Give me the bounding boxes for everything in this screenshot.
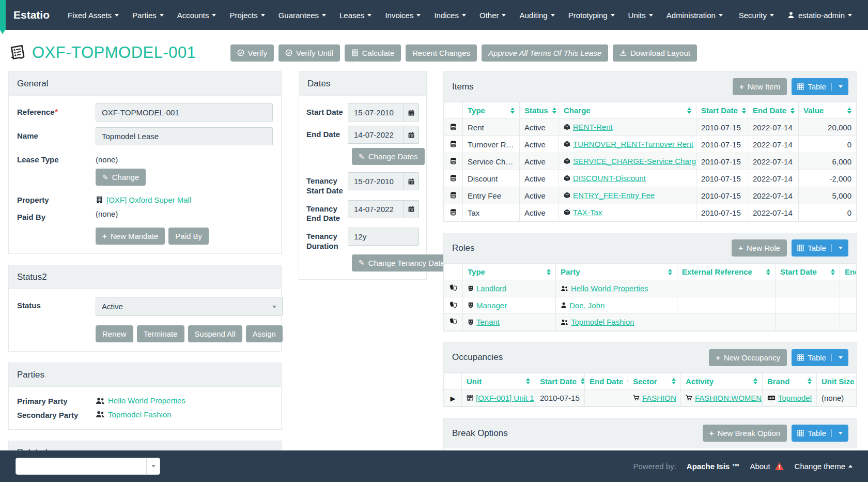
nav-item-security[interactable]: Security <box>732 6 781 25</box>
role-party-link[interactable]: Doe, John <box>569 301 605 310</box>
change-dates-button[interactable]: ✎Change Dates <box>352 148 425 165</box>
unit-link[interactable]: [OXF-001] Unit 1 <box>476 394 534 402</box>
session-select[interactable] <box>16 458 160 475</box>
column-header-start-date[interactable]: Start Date <box>776 264 840 280</box>
column-header-start-date[interactable]: Start Date <box>696 102 748 119</box>
role-type-link[interactable]: Manager <box>476 301 507 310</box>
activity-link[interactable]: FASHION:WOMEN <box>695 394 762 402</box>
charge-link[interactable]: TURNOVER_RENT-Turnover Rent <box>573 140 693 148</box>
column-header-start-date[interactable]: Start Date <box>535 373 585 389</box>
calculate-button[interactable]: Calculate <box>345 44 401 62</box>
charge-link[interactable]: SERVICE_CHARGE-Service Charge <box>573 157 696 165</box>
terminate-button[interactable]: Terminate <box>137 325 184 342</box>
primary-party-link[interactable]: Hello World Properties <box>108 396 185 405</box>
nav-item-leases[interactable]: Leases <box>333 6 378 25</box>
sector-link[interactable]: FASHION <box>642 394 676 402</box>
start-date-input[interactable] <box>348 103 404 122</box>
calendar-icon[interactable] <box>404 172 419 190</box>
apache-isis-link[interactable]: Apache Isis ™ <box>687 462 740 471</box>
new-item-button[interactable]: +New Item <box>733 78 787 95</box>
column-header-end-date[interactable]: End Date <box>748 102 799 119</box>
sort-icon[interactable] <box>847 108 851 114</box>
verify-until-button[interactable]: Verify Until <box>278 44 340 62</box>
recent-changes-button[interactable]: Recent Changes <box>406 44 477 62</box>
break-options-table-view-button[interactable]: Table <box>792 425 848 442</box>
nav-item-user[interactable]: estatio-admin <box>781 6 859 25</box>
sort-icon[interactable] <box>547 269 551 275</box>
property-link[interactable]: [OXF] Oxford Super Mall <box>106 195 191 204</box>
secondary-party-link[interactable]: Topmodel Fashion <box>108 410 172 419</box>
nav-item-indices[interactable]: Indices <box>427 6 473 25</box>
reference-input[interactable] <box>96 103 273 122</box>
role-type-link[interactable]: Landlord <box>476 284 506 293</box>
change-lease-type-button[interactable]: ✎Change <box>96 169 146 186</box>
status-select[interactable]: Active <box>96 297 283 316</box>
role-party-link[interactable]: Topmodel Fashion <box>571 318 634 326</box>
nav-item-accounts[interactable]: Accounts <box>171 6 223 25</box>
nav-item-invoices[interactable]: Invoices <box>378 6 427 25</box>
sort-icon[interactable] <box>510 108 515 114</box>
nav-item-projects[interactable]: Projects <box>223 6 271 25</box>
column-header-unit[interactable]: Unit <box>462 373 535 389</box>
suspend-all-button[interactable]: Suspend All <box>188 325 242 342</box>
role-type-link[interactable]: Tenant <box>476 318 500 326</box>
nav-item-administration[interactable]: Administration <box>660 6 730 25</box>
nav-item-guarantees[interactable]: Guarantees <box>272 6 333 25</box>
sort-icon[interactable] <box>668 269 672 275</box>
column-header-sector[interactable]: Sector <box>628 373 681 389</box>
column-header-brand[interactable]: Brand <box>763 373 817 389</box>
brand-logo[interactable]: Estatio <box>13 9 50 21</box>
column-header-end-date[interactable]: End Date <box>840 264 857 280</box>
roles-table-view-button[interactable]: Table <box>792 239 848 257</box>
column-header-charge[interactable]: Charge <box>559 102 696 119</box>
sort-icon[interactable] <box>672 378 676 384</box>
change-theme-link[interactable]: Change theme <box>795 462 853 471</box>
renew-button[interactable]: Renew <box>96 325 133 342</box>
change-tenancy-dates-button[interactable]: ✎Change Tenancy Dates <box>352 254 455 272</box>
nav-item-auditing[interactable]: Auditing <box>513 6 561 25</box>
verify-button[interactable]: Verify <box>230 44 274 62</box>
calendar-icon[interactable] <box>404 103 419 122</box>
sort-icon[interactable] <box>791 108 795 114</box>
column-header-type[interactable]: Type <box>463 102 520 119</box>
sort-icon[interactable] <box>687 108 691 114</box>
column-header-activity[interactable]: Activity <box>681 373 763 389</box>
nav-item-prototyping[interactable]: Prototyping <box>562 6 622 25</box>
name-input[interactable] <box>96 127 273 145</box>
tenancy-duration-input[interactable] <box>348 228 419 246</box>
new-occupancy-button[interactable]: +New Occupancy <box>709 349 787 366</box>
tenancy-start-input[interactable] <box>348 172 404 190</box>
column-header-party[interactable]: Party <box>556 264 677 280</box>
nav-item-units[interactable]: Units <box>622 6 660 25</box>
assign-button[interactable]: Assign <box>246 325 283 342</box>
charge-link[interactable]: TAX-Tax <box>573 208 602 217</box>
column-header-unit-size[interactable]: Unit Size <box>817 373 857 389</box>
sort-icon[interactable] <box>808 378 812 384</box>
charge-link[interactable]: RENT-Rent <box>573 123 613 131</box>
column-header-type[interactable]: Type <box>463 264 556 280</box>
sort-icon[interactable] <box>581 378 585 384</box>
sort-icon[interactable] <box>552 108 556 114</box>
brand-link[interactable]: Topmodel <box>778 394 812 402</box>
sort-icon[interactable] <box>831 269 835 275</box>
paid-by-button[interactable]: Paid By <box>168 228 209 245</box>
column-header-value[interactable]: Value <box>799 102 857 119</box>
sort-icon[interactable] <box>742 108 746 114</box>
role-party-link[interactable]: Hello World Properties <box>571 284 648 293</box>
sort-icon[interactable] <box>766 269 770 275</box>
column-header-external-reference[interactable]: External Reference <box>677 264 776 280</box>
nav-item-fixed-assets[interactable]: Fixed Assets <box>61 6 126 25</box>
expand-row-icon[interactable]: ▶ <box>451 395 456 402</box>
nav-item-parties[interactable]: Parties <box>126 6 171 25</box>
sort-icon[interactable] <box>526 378 530 384</box>
column-header-status[interactable]: Status <box>520 102 559 119</box>
new-role-button[interactable]: +New Role <box>732 239 787 257</box>
nav-item-other[interactable]: Other <box>473 6 513 25</box>
calendar-icon[interactable] <box>404 200 419 218</box>
charge-link[interactable]: ENTRY_FEE-Entry Fee <box>573 191 655 200</box>
charge-link[interactable]: DISCOUNT-Discount <box>573 174 646 183</box>
calendar-icon[interactable] <box>404 126 419 144</box>
column-header-end-date[interactable]: End Date <box>585 373 628 389</box>
download-layout-button[interactable]: Download Layout <box>613 44 697 62</box>
about-link[interactable]: About <box>750 462 784 471</box>
